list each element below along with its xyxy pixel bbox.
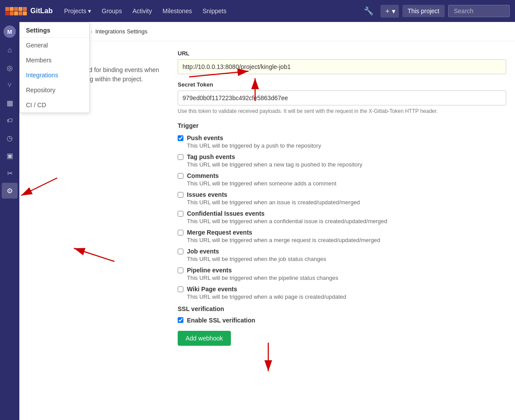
- url-field-group: URL: [178, 50, 506, 74]
- chevron-down-icon: ▾: [88, 7, 91, 14]
- url-label: URL: [178, 50, 506, 57]
- navbar: GitLab Projects ▾ Groups Activity Milest…: [0, 0, 515, 22]
- board-icon[interactable]: ▦: [2, 95, 18, 111]
- trigger-job-events: Job events This URL will be triggered wh…: [178, 248, 506, 262]
- url-input[interactable]: [178, 59, 506, 74]
- issues-events-label: Issues events: [187, 191, 360, 198]
- wrench-icon[interactable]: 🔧: [360, 4, 377, 18]
- settings-item-integrations[interactable]: Integrations: [20, 68, 89, 83]
- search-input[interactable]: [448, 5, 510, 17]
- add-webhook-button[interactable]: Add webhook: [178, 331, 231, 346]
- trigger-section: Trigger Push events This URL will be tri…: [178, 122, 506, 300]
- issues-icon[interactable]: ◎: [2, 60, 18, 76]
- nav-snippets[interactable]: Snippets: [198, 5, 230, 17]
- trigger-pipeline-events: Pipeline events This URL will be trigger…: [178, 267, 506, 281]
- main-wrapper: Administrator › monitor › Integrations S…: [19, 22, 515, 420]
- home-icon[interactable]: ⌂: [2, 42, 18, 58]
- content-right: URL Secret Token Use this token to valid…: [178, 50, 506, 346]
- merge-requests-icon[interactable]: ⑂: [2, 77, 18, 93]
- push-events-checkbox[interactable]: [178, 135, 183, 141]
- navbar-right: 🔧 ＋ ▾ This project: [360, 4, 510, 18]
- sidebar: M ⌂ ◎ ⑂ ▦ 🏷 ◷ ▣ ✂ ⚙: [0, 22, 19, 420]
- trigger-wiki-page-events: Wiki Page events This URL will be trigge…: [178, 286, 506, 300]
- issues-events-checkbox[interactable]: [178, 192, 183, 198]
- plus-icon: ＋: [384, 7, 391, 16]
- secret-token-field-group: Secret Token Use this token to validate …: [178, 81, 506, 115]
- secret-token-input[interactable]: [178, 91, 506, 105]
- breadcrumb: Administrator › monitor › Integrations S…: [19, 22, 515, 41]
- gear-icon[interactable]: ⚙: [2, 183, 18, 199]
- merge-request-events-checkbox[interactable]: [178, 230, 183, 235]
- breadcrumb-current: Integrations Settings: [95, 28, 148, 35]
- nav-groups[interactable]: Groups: [97, 5, 126, 17]
- comments-desc: This URL will be triggered when someone …: [187, 180, 336, 187]
- chevron-down-icon: ▾: [392, 7, 395, 15]
- this-project-button[interactable]: This project: [402, 5, 445, 17]
- plus-button[interactable]: ＋ ▾: [380, 5, 399, 18]
- ssl-section: SSL verification Enable SSL verification: [178, 305, 506, 324]
- trigger-issues-events: Issues events This URL will be triggered…: [178, 191, 506, 206]
- tag-push-events-label: Tag push events: [187, 153, 362, 160]
- settings-dropdown: Settings General Members Integrations Re…: [19, 22, 90, 113]
- issues-events-desc: This URL will be triggered when an issue…: [187, 199, 360, 206]
- tag-icon[interactable]: 🏷: [2, 112, 18, 128]
- pipeline-events-checkbox[interactable]: [178, 268, 183, 273]
- nav-projects[interactable]: Projects ▾: [60, 5, 96, 17]
- job-events-desc: This URL will be triggered when the job …: [187, 256, 326, 262]
- wiki-page-events-desc: This URL will be triggered when a wiki p…: [187, 293, 346, 300]
- push-events-desc: This URL will be triggered by a push to …: [187, 142, 321, 149]
- confidential-issues-label: Confidential Issues events: [187, 210, 387, 217]
- settings-item-members[interactable]: Members: [20, 53, 89, 68]
- trigger-tag-push-events: Tag push events This URL will be trigger…: [178, 153, 506, 168]
- push-events-label: Push events: [187, 134, 321, 141]
- navbar-brand-text: GitLab: [30, 7, 53, 15]
- clock-icon[interactable]: ◷: [2, 130, 18, 146]
- nav-activity[interactable]: Activity: [128, 5, 156, 17]
- scissors-icon[interactable]: ✂: [2, 165, 18, 181]
- package-icon[interactable]: ▣: [2, 148, 18, 163]
- wiki-page-events-checkbox[interactable]: [178, 286, 183, 292]
- trigger-title: Trigger: [178, 122, 506, 129]
- pipeline-events-label: Pipeline events: [187, 267, 338, 274]
- wiki-page-events-label: Wiki Page events: [187, 286, 346, 293]
- merge-request-events-desc: This URL will be triggered when a merge …: [187, 237, 380, 243]
- ssl-verification-checkbox[interactable]: [178, 317, 183, 323]
- job-events-label: Job events: [187, 248, 326, 255]
- nav-milestones[interactable]: Milestones: [158, 5, 197, 17]
- settings-dropdown-title: Settings: [20, 22, 89, 38]
- settings-item-ci-cd[interactable]: CI / CD: [20, 98, 89, 112]
- ssl-title: SSL verification: [178, 305, 506, 312]
- merge-request-events-label: Merge Request events: [187, 229, 380, 236]
- trigger-confidential-issues: Confidential Issues events This URL will…: [178, 210, 506, 224]
- trigger-comments: Comments This URL will be triggered when…: [178, 172, 506, 187]
- comments-label: Comments: [187, 172, 336, 179]
- comments-checkbox[interactable]: [178, 173, 183, 179]
- secret-token-helper: Use this token to validate received payl…: [178, 108, 506, 115]
- confidential-issues-checkbox[interactable]: [178, 211, 183, 217]
- breadcrumb-sep-2: ›: [91, 28, 92, 35]
- gitlab-logo: [5, 7, 27, 15]
- confidential-issues-desc: This URL will be triggered when a confid…: [187, 218, 387, 224]
- avatar[interactable]: M: [4, 25, 16, 38]
- trigger-merge-request-events: Merge Request events This URL will be tr…: [178, 229, 506, 243]
- tag-push-events-desc: This URL will be triggered when a new ta…: [187, 161, 362, 168]
- navbar-nav: Projects ▾ Groups Activity Milestones Sn…: [60, 5, 360, 17]
- settings-item-general[interactable]: General: [20, 38, 89, 53]
- ssl-item: Enable SSL verification: [178, 317, 506, 324]
- settings-item-repository[interactable]: Repository: [20, 83, 89, 98]
- navbar-brand[interactable]: GitLab: [5, 7, 53, 15]
- tag-push-events-checkbox[interactable]: [178, 154, 183, 160]
- ssl-label: Enable SSL verification: [187, 317, 255, 324]
- pipeline-events-desc: This URL will be triggered when the pipe…: [187, 275, 338, 281]
- job-events-checkbox[interactable]: [178, 249, 183, 254]
- secret-token-label: Secret Token: [178, 81, 506, 88]
- content-area: Integrations Webhooks can be used for bi…: [19, 41, 515, 355]
- trigger-push-events: Push events This URL will be triggered b…: [178, 134, 506, 149]
